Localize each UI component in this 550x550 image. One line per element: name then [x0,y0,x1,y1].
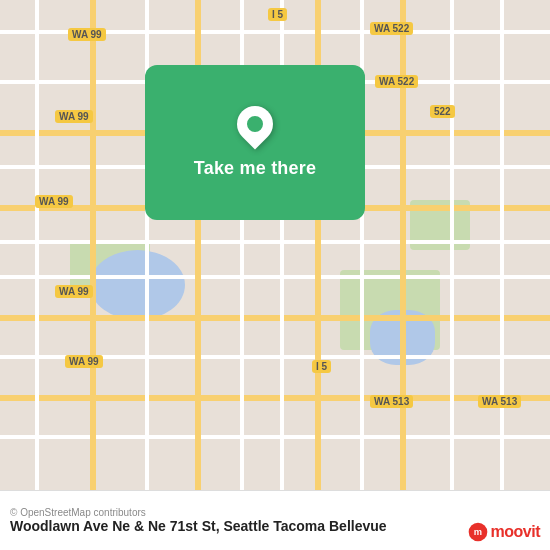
moovit-text: moovit [491,523,540,541]
road-label-wa513-1: WA 513 [370,395,413,408]
map-view: I 5 I 5 I 5 WA 99 WA 99 WA 99 WA 99 WA 9… [0,0,550,490]
road-v-2 [90,0,96,490]
road-label-wa99-3: WA 99 [35,195,73,208]
road-h-7 [0,275,550,279]
road-v-11 [500,0,504,490]
lake-area [90,250,185,320]
road-label-i5-3: I 5 [312,360,331,373]
take-me-there-button[interactable]: Take me there [194,158,316,179]
road-label-wa522-2: WA 522 [375,75,418,88]
osm-credit: © OpenStreetMap contributors [10,507,540,518]
road-label-522: 522 [430,105,455,118]
road-h-10 [0,395,550,401]
road-label-wa99-1: WA 99 [68,28,106,41]
location-popup: Take me there [145,65,365,220]
road-label-wa513-2: WA 513 [478,395,521,408]
road-label-wa99-2: WA 99 [55,110,93,123]
road-h-6 [0,240,550,244]
road-label-wa522-1: WA 522 [370,22,413,35]
road-h-11 [0,435,550,439]
location-pin-icon [230,99,281,150]
svg-text:m: m [473,527,481,537]
address-label: Woodlawn Ave Ne & Ne 71st St, Seattle Ta… [10,518,540,534]
road-v-10 [450,0,454,490]
moovit-logo: m moovit [468,522,540,542]
road-label-i5-1: I 5 [268,8,287,21]
road-label-wa99-5: WA 99 [65,355,103,368]
road-v-9 [400,0,406,490]
road-label-wa99-4: WA 99 [55,285,93,298]
road-v-1 [35,0,39,490]
bottom-bar: © OpenStreetMap contributors Woodlawn Av… [0,490,550,550]
moovit-icon: m [468,522,488,542]
road-h-8 [0,315,550,321]
